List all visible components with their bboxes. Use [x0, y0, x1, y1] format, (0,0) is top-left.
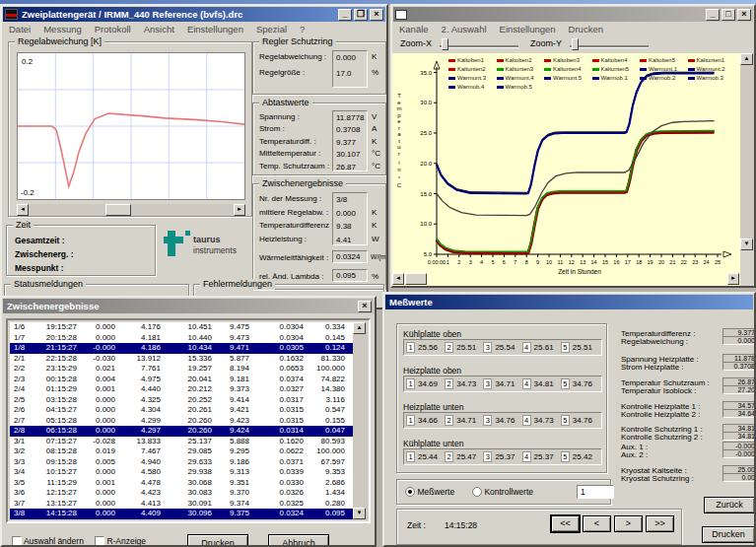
table-row[interactable]: 2/300:15:280.0044.97520.0419.1810.037474… [10, 375, 353, 385]
param-unit: % [372, 68, 378, 84]
restore-button[interactable]: ❐ [354, 9, 368, 21]
plate-cell-index: 2 [445, 378, 453, 389]
graph-hscrollbar[interactable]: ◄ ► [17, 204, 245, 216]
menu-item[interactable]: Datei [9, 24, 31, 34]
graph-group-label: Regelabweichung [K] [15, 36, 104, 47]
main-titlebar[interactable]: Zweiplattengerät / IRMM_440 Reference (b… [3, 7, 385, 22]
svg-text:13: 13 [580, 259, 585, 265]
table-row[interactable]: 2/604:15:270.0004.30420.2619.4210.03150.… [10, 405, 353, 416]
zoom-x-slider[interactable] [440, 45, 518, 47]
table-row[interactable]: 3/309:15:280.0054.94029.6339.1860.037167… [10, 457, 353, 468]
nav-button[interactable]: < [583, 515, 611, 532]
legend-entry: Kaltunten4 [544, 66, 582, 72]
messwerte-radio-button[interactable] [405, 487, 415, 497]
legend-label: Warmob.4 [457, 84, 484, 90]
legend-entry: Warmunt.5 [544, 75, 582, 81]
menu-item[interactable]: Einstellungen [187, 24, 243, 34]
svg-text:11: 11 [558, 259, 564, 265]
kontrollwerte-input[interactable]: 1 [577, 485, 614, 499]
zoom-x-handle[interactable] [442, 38, 448, 50]
param-value: 26.87 [333, 163, 367, 174]
chart-minimize-button[interactable]: _ [706, 9, 720, 21]
nav-button[interactable]: > [614, 515, 643, 532]
menu-item[interactable]: Messung [43, 24, 82, 34]
chart-close-button[interactable]: × [737, 9, 751, 21]
ranzeige-checkbox-box[interactable] [95, 536, 104, 546]
menu-item[interactable]: Spezial [256, 24, 287, 34]
table-row[interactable]: 2/401:15:290.0014.44020.2129.3730.032714… [10, 384, 353, 395]
table-row[interactable]: 3/107:15:27-0.02813.83325.1375.8880.1620… [10, 437, 353, 447]
table-row[interactable]: 1/720:15:280.0004.18110.4409.4730.03040.… [10, 333, 353, 344]
svg-text:5: 5 [491, 259, 494, 265]
nav-button[interactable]: >> [646, 515, 674, 532]
messwerte-radio[interactable]: Meßwerte [405, 487, 454, 497]
param-value: 30.107 [333, 150, 367, 162]
table-row[interactable]: 3/713:15:270.0004.41330.0919.3740.03250.… [10, 499, 353, 510]
results-print-button[interactable]: Drucken [187, 534, 248, 547]
chart-vscrollbar[interactable]: ▲ ▼ [740, 53, 754, 250]
legend-entry: Kaltoben3 [544, 57, 580, 63]
table-row[interactable]: 2/705:15:280.0004.29920.2609.4230.03150.… [10, 416, 353, 427]
kontrollwerte-radio-button[interactable] [472, 487, 482, 497]
menu-item[interactable]: Ansicht [144, 24, 174, 34]
menu-item[interactable]: Protokoll [95, 24, 131, 34]
zoom-y-handle[interactable] [572, 38, 579, 50]
table-row[interactable]: 3/410:15:270.0004.58029.9389.3130.03399.… [10, 467, 353, 478]
table-row[interactable]: 2/223:15:290.0217.76119.2578.1940.065310… [10, 364, 353, 375]
zoom-controls: Zoom-X Zoom-Y [392, 34, 754, 53]
menu-item[interactable]: ? [300, 24, 305, 34]
plate-cell-value: 25.54 [495, 343, 515, 352]
zeit-panel: Zeit : 14:15:28 <<<>>> [396, 509, 682, 545]
minimize-button[interactable]: _ [338, 9, 352, 21]
auswahl-checkbox[interactable]: Auswahl ändern [12, 536, 84, 546]
legend-marker [448, 86, 455, 89]
table-row[interactable]: 3/208:15:280.0197.46729.0859.2950.062210… [10, 446, 353, 457]
plate-cell-index: 2 [445, 415, 453, 426]
svg-text:23: 23 [692, 259, 698, 265]
back-button[interactable]: Zurück [704, 497, 755, 513]
results-cancel-button[interactable]: Abbruch [268, 534, 329, 547]
plate-cell-value: 34.66 [418, 416, 438, 425]
messwerte-print-button[interactable]: Drucken [702, 526, 755, 543]
results-close-button[interactable]: × [358, 301, 372, 312]
kontrollwerte-radio[interactable]: Kontrollwerte [472, 487, 533, 497]
legend-marker [448, 77, 455, 80]
table-row[interactable]: 3/814:15:280.0004.40930.0969.3750.03240.… [10, 509, 353, 519]
results-vscrollbar[interactable]: ▲ ▼ [353, 322, 368, 519]
table-row[interactable]: 3/511:15:290.0014.47830.0689.3510.03302.… [10, 478, 353, 489]
legend-label: Kaltoben1 [457, 57, 484, 63]
chart-menu-item[interactable]: Einstellungen [500, 24, 556, 34]
chart-menu-item[interactable]: Kanäle [399, 24, 429, 34]
chart-hscrollbar[interactable]: ◄ ► [392, 272, 740, 286]
chart-maximize-button[interactable]: □ [722, 9, 735, 21]
param-value: 0.000 [333, 209, 367, 223]
nav-button[interactable]: << [551, 515, 580, 532]
logo-text-2: instruments [193, 245, 237, 255]
plate-values-row: 134.69234.73334.71434.81534.76 [403, 376, 602, 392]
table-row[interactable]: 3/612:15:270.0004.42330.0839.3700.03261.… [10, 488, 353, 499]
plate-label: Heizplatte unten [403, 402, 463, 412]
zoom-y-slider[interactable] [570, 45, 649, 47]
readout-label: Aux. 2 : [621, 450, 648, 459]
close-button[interactable]: × [370, 9, 383, 21]
param-label: Temp. Schutzraum : [259, 162, 329, 173]
legend-label: Kaltunten1 [697, 57, 725, 63]
table-row[interactable]: 2/806:15:280.0004.29720.2609.4240.03140.… [10, 426, 353, 437]
table-row[interactable]: 2/503:15:280.0004.32520.2529.4140.03173.… [10, 395, 353, 406]
svg-text:21: 21 [669, 259, 675, 265]
chart-ylabel: Temperatur in °C [395, 93, 403, 188]
chart-menu-item[interactable]: 2. Auswahl [442, 24, 487, 34]
table-row[interactable]: 1/619:15:270.0004.17610.4519.4750.03040.… [10, 322, 353, 333]
table-row[interactable]: 2/122:15:28-0.03013.91215.3365.8770.1632… [10, 354, 353, 365]
param-unit: A [372, 124, 380, 136]
ranzeige-checkbox[interactable]: R-Anzeige [95, 536, 146, 546]
table-row[interactable]: 1/821:15:27-0.0004.18610.4349.4710.03050… [10, 343, 353, 354]
legend-entry: Warmob.3 [688, 75, 723, 81]
plate-cell-index: 3 [483, 415, 492, 426]
chart-menu-item[interactable]: Drucken [569, 24, 603, 34]
chart-titlebar[interactable]: _ □ × [393, 7, 753, 22]
readout-label: Regelabweichung : [621, 337, 688, 346]
svg-text:22: 22 [681, 259, 687, 265]
results-titlebar[interactable]: Zwischenergebnisse × [3, 299, 374, 313]
auswahl-checkbox-box[interactable] [12, 536, 22, 546]
